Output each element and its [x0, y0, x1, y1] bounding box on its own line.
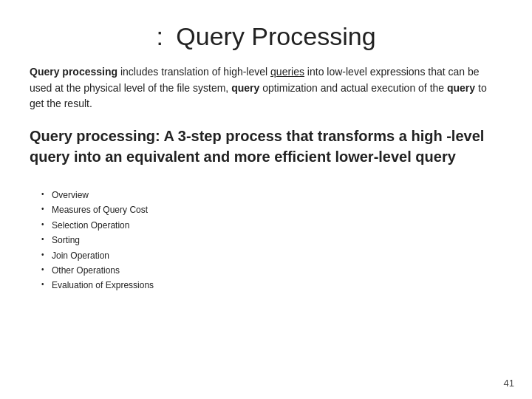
title-area: : Query Processing [30, 22, 502, 51]
list-item-other-operations: Other Operations [52, 263, 502, 278]
intro-paragraph: Query processing includes translation of… [30, 64, 502, 112]
list-item: Evaluation of Expressions [52, 278, 502, 293]
list-item: Join Operation [52, 248, 502, 263]
bullet-list: Overview Measures of Query Cost Selectio… [30, 188, 502, 293]
list-item: Selection Operation [52, 218, 502, 233]
page-number: 41 [504, 378, 514, 389]
list-item: Measures of Query Cost [52, 202, 502, 217]
intro-bold-query2: query [447, 82, 475, 94]
highlight-paragraph: Query processing: A 3-step process that … [30, 126, 502, 167]
list-item: Overview [52, 188, 502, 202]
list-item: Sorting [52, 233, 502, 248]
slide-title: : Query Processing [156, 22, 375, 50]
intro-bold-1: Query processing [30, 66, 117, 78]
intro-underline-queries: queries [270, 66, 304, 78]
slide-page: : Query Processing Query processing incl… [0, 0, 532, 399]
intro-bold-query1: query [231, 82, 259, 94]
title-colon: : [156, 22, 170, 50]
